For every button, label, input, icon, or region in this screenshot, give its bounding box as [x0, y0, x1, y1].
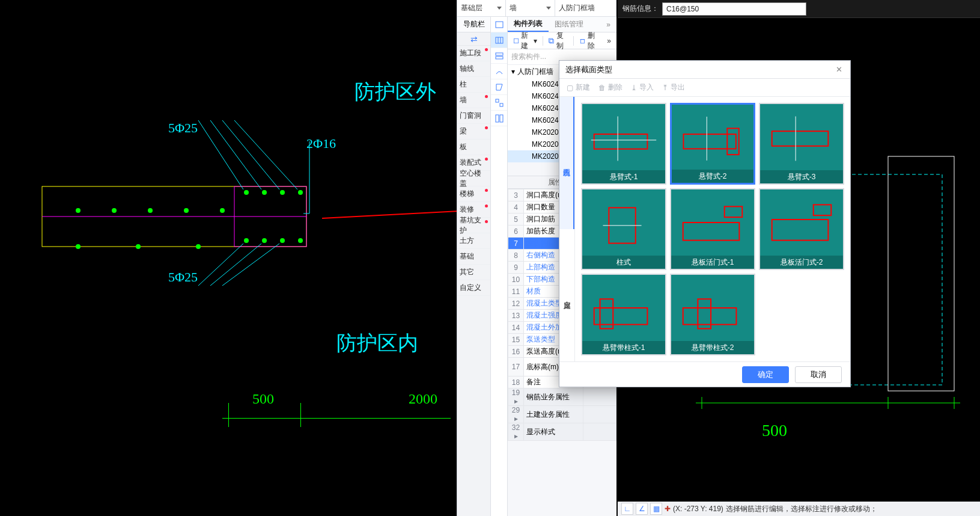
- thumb-6[interactable]: 悬臂带柱式-1: [581, 274, 666, 355]
- svg-point-15: [298, 238, 303, 243]
- svg-point-6: [184, 208, 189, 213]
- section-drawing-icon: [36, 120, 348, 301]
- svg-rect-40: [550, 39, 554, 43]
- status-ortho-icon[interactable]: ∟: [621, 503, 633, 515]
- layout4-icon[interactable]: [491, 64, 507, 79]
- svg-rect-59: [683, 223, 740, 241]
- nav-column: 导航栏 ⇄ 施工段轴线柱墙门窗洞梁板装配式空心楼盖楼梯装修基坑支护土方基础其它自…: [457, 17, 491, 516]
- svg-rect-52: [683, 134, 735, 149]
- type-dropdown[interactable]: 人防门框墙: [555, 0, 616, 16]
- svg-rect-32: [496, 53, 503, 55]
- dlg-import[interactable]: ⤓ 导入: [631, 82, 654, 93]
- prop-row[interactable]: 19 ▸钢筋业务属性: [508, 389, 616, 406]
- delete-button[interactable]: 删除: [576, 29, 602, 52]
- nav-item-13[interactable]: 基础: [457, 249, 490, 265]
- status-bar: ∟ ∠ ▦ ✚ (X: -273 Y: 419) 选择钢筋进行编辑，选择标注进行…: [618, 502, 980, 516]
- dialog-title: 选择截面类型: [565, 64, 612, 75]
- right-dim-500: 500: [762, 421, 787, 440]
- new-button[interactable]: 新建▾: [510, 29, 540, 52]
- svg-point-12: [244, 238, 249, 243]
- toolbar-more-icon[interactable]: »: [604, 35, 614, 46]
- nav-item-3[interactable]: 墙: [457, 93, 490, 108]
- svg-rect-28: [496, 22, 503, 28]
- side-tab-custom[interactable]: 自定义库: [559, 229, 574, 361]
- status-coord: (X: -273 Y: 419): [673, 505, 723, 513]
- svg-line-25: [198, 244, 243, 286]
- svg-rect-63: [594, 308, 648, 325]
- nav-toggle-icon[interactable]: ⇄: [457, 32, 490, 46]
- thumb-2[interactable]: 悬臂式-3: [759, 103, 844, 185]
- nav-item-14[interactable]: 其它: [457, 265, 490, 280]
- svg-rect-38: [514, 38, 518, 43]
- cancel-button[interactable]: 取消: [795, 366, 842, 383]
- svg-rect-65: [683, 308, 737, 325]
- layout2-icon[interactable]: [491, 32, 507, 48]
- copy-button[interactable]: 复制: [545, 29, 571, 52]
- svg-rect-41: [580, 39, 584, 43]
- svg-point-4: [112, 208, 117, 213]
- svg-line-19: [198, 120, 243, 189]
- nav-item-4[interactable]: 门窗洞: [457, 108, 490, 124]
- svg-rect-49: [594, 134, 648, 149]
- layout6-icon[interactable]: [491, 95, 507, 111]
- svg-rect-60: [725, 206, 743, 217]
- side-tab-system[interactable]: 系统内置: [559, 97, 574, 229]
- dlg-new[interactable]: ▢ 新建: [567, 82, 590, 93]
- svg-line-22: [234, 120, 297, 189]
- rebar-input[interactable]: [662, 2, 806, 16]
- svg-point-14: [280, 238, 285, 243]
- dlg-export[interactable]: ⤒ 导出: [662, 82, 685, 93]
- nav-item-9[interactable]: 楼梯: [457, 186, 490, 202]
- dim-2000: 2000: [409, 391, 437, 407]
- status-snap-icon[interactable]: ▦: [650, 503, 662, 515]
- layout5-icon[interactable]: [491, 79, 507, 95]
- category-dropdown[interactable]: 墙: [506, 0, 555, 16]
- thumb-7[interactable]: 悬臂带柱式-2: [670, 274, 755, 355]
- rebar-label: 钢筋信息：: [622, 4, 659, 14]
- svg-point-16: [76, 244, 81, 249]
- svg-point-10: [280, 190, 285, 195]
- chevron-down-icon: [546, 7, 551, 10]
- zone-label-in: 防护区内: [336, 330, 418, 357]
- svg-line-21: [222, 120, 279, 189]
- svg-point-17: [136, 244, 141, 249]
- thumb-5[interactable]: 悬板活门式-2: [759, 188, 844, 270]
- nav-item-15[interactable]: 自定义: [457, 280, 490, 296]
- svg-rect-53: [727, 128, 738, 155]
- layout7-icon[interactable]: [491, 111, 507, 126]
- close-icon[interactable]: ✕: [833, 64, 844, 75]
- svg-line-27: [222, 244, 279, 286]
- nav-item-1[interactable]: 轴线: [457, 61, 490, 77]
- dlg-delete[interactable]: 🗑 删除: [598, 82, 622, 93]
- prop-row[interactable]: 29 ▸土建业务属性: [508, 406, 616, 423]
- nav-item-11[interactable]: 基坑支护: [457, 218, 490, 233]
- cad-viewport-left[interactable]: 防护区外 防护区内 5Φ25 2Φ16 5Φ25 500 2000: [0, 0, 457, 516]
- section-type-dialog: 选择截面类型 ✕ ▢ 新建 🗑 删除 ⤓ 导入 ⤒ 导出 系统内置 自定义库 悬…: [559, 60, 851, 387]
- floor-dropdown[interactable]: 基础层: [457, 0, 506, 16]
- nav-item-8[interactable]: 空心楼盖: [457, 171, 490, 186]
- svg-line-26: [210, 244, 261, 286]
- svg-line-20: [210, 120, 261, 189]
- nav-item-6[interactable]: 板: [457, 140, 490, 155]
- ok-button[interactable]: 确定: [742, 366, 789, 383]
- thumb-1[interactable]: 悬臂式-2: [670, 103, 755, 185]
- nav-item-5[interactable]: 梁: [457, 124, 490, 140]
- svg-rect-34: [496, 99, 499, 102]
- thumb-0[interactable]: 悬臂式-1: [581, 103, 666, 185]
- nav-item-12[interactable]: 土方: [457, 233, 490, 249]
- layout1-icon[interactable]: [491, 17, 507, 32]
- svg-point-9: [262, 190, 267, 195]
- thumb-3[interactable]: 柱式: [581, 188, 666, 270]
- nav-item-0[interactable]: 施工段: [457, 46, 490, 61]
- thumb-4[interactable]: 悬板活门式-1: [670, 188, 755, 270]
- nav-item-2[interactable]: 柱: [457, 77, 490, 93]
- status-angle-icon[interactable]: ∠: [636, 503, 648, 515]
- chevron-down-icon: [497, 7, 502, 10]
- layout3-icon[interactable]: [491, 48, 507, 64]
- prop-row[interactable]: 32 ▸显示样式: [508, 423, 616, 441]
- svg-rect-44: [888, 156, 954, 391]
- svg-point-5: [148, 208, 153, 213]
- svg-point-8: [244, 190, 249, 195]
- tab-more-icon[interactable]: »: [600, 17, 616, 32]
- icon-toolbar: [491, 17, 508, 516]
